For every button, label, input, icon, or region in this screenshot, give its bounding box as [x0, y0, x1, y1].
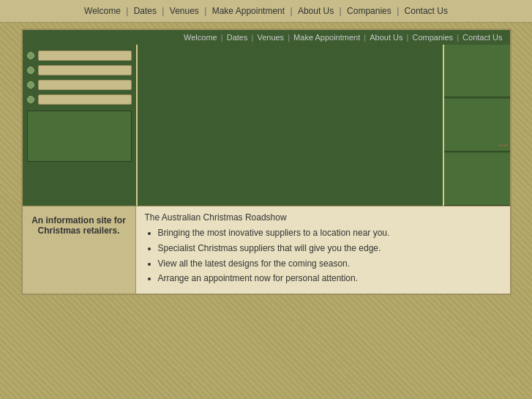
left-btn-2[interactable] — [27, 65, 132, 75]
bottom-left-info: An information site for Christmas retail… — [23, 206, 136, 294]
main-container: Welcome | Dates | Venues | Make Appointm… — [21, 29, 512, 295]
left-btn-3[interactable] — [27, 80, 132, 90]
sec-nav-dates[interactable]: Dates — [227, 33, 248, 42]
sep5: | — [340, 6, 342, 16]
top-nav-bar: Welcome | Dates | Venues | Make Appointm… — [0, 0, 532, 23]
left-btn-1[interactable] — [27, 51, 132, 61]
btn-dot-4 — [27, 96, 34, 103]
bottom-right-heading: The Australian Christmas Roadshow — [145, 212, 501, 223]
right-column: •••• — [444, 45, 510, 206]
nav-companies[interactable]: Companies — [347, 6, 391, 16]
nav-make-appointment[interactable]: Make Appointment — [212, 6, 285, 16]
middle-column — [138, 45, 443, 206]
list-item-4: Arrange an appointment now for personal … — [158, 272, 501, 285]
sep6: | — [397, 6, 399, 16]
nav-dates[interactable]: Dates — [134, 6, 157, 16]
secondary-nav-bar: Welcome | Dates | Venues | Make Appointm… — [23, 30, 510, 45]
nav-welcome[interactable]: Welcome — [84, 6, 121, 16]
btn-dot-2 — [27, 67, 34, 74]
list-item-2: Specialist Christmas suppliers that will… — [158, 242, 501, 255]
nav-about-us[interactable]: About Us — [298, 6, 334, 16]
sec-nav-companies[interactable]: Companies — [412, 33, 453, 42]
bottom-bullet-list: Bringing the most inovative suppliers to… — [145, 227, 501, 285]
sep4: | — [290, 6, 292, 16]
sep2: | — [162, 6, 164, 16]
right-box-2: •••• — [444, 99, 510, 152]
btn-bar-2 — [38, 65, 132, 75]
nav-contact-us[interactable]: Contact Us — [405, 6, 448, 16]
left-btn-4[interactable] — [27, 94, 132, 105]
sec-nav-contact-us[interactable]: Contact Us — [462, 33, 502, 42]
right-box-1 — [444, 45, 510, 97]
nav-venues[interactable]: Venues — [170, 6, 199, 16]
columns-area: •••• — [23, 45, 510, 206]
btn-bar-1 — [38, 51, 132, 61]
right-box-text: •••• — [499, 142, 509, 149]
bottom-right-content: The Australian Christmas Roadshow Bringi… — [136, 206, 510, 294]
list-item-3: View all the latest designs for the comi… — [158, 258, 501, 270]
inner-content: Welcome | Dates | Venues | Make Appointm… — [22, 29, 511, 294]
bottom-left-text: An information site for Christmas retail… — [31, 215, 126, 236]
right-box-3 — [444, 153, 510, 206]
sec-nav-welcome[interactable]: Welcome — [184, 33, 217, 42]
btn-dot-3 — [27, 81, 34, 89]
sec-nav-venues[interactable]: Venues — [257, 33, 284, 42]
sec-nav-make-appointment[interactable]: Make Appointment — [293, 33, 360, 42]
sep3: | — [204, 6, 206, 16]
left-column — [23, 45, 136, 206]
btn-bar-3 — [38, 80, 132, 90]
btn-bar-4 — [38, 94, 132, 105]
sep1: | — [126, 6, 128, 16]
btn-dot-1 — [27, 52, 34, 59]
bottom-section: An information site for Christmas retail… — [23, 206, 510, 294]
list-item-1: Bringing the most inovative suppliers to… — [158, 227, 501, 239]
left-bottom-box — [27, 111, 132, 162]
sec-nav-about-us[interactable]: About Us — [370, 33, 402, 42]
